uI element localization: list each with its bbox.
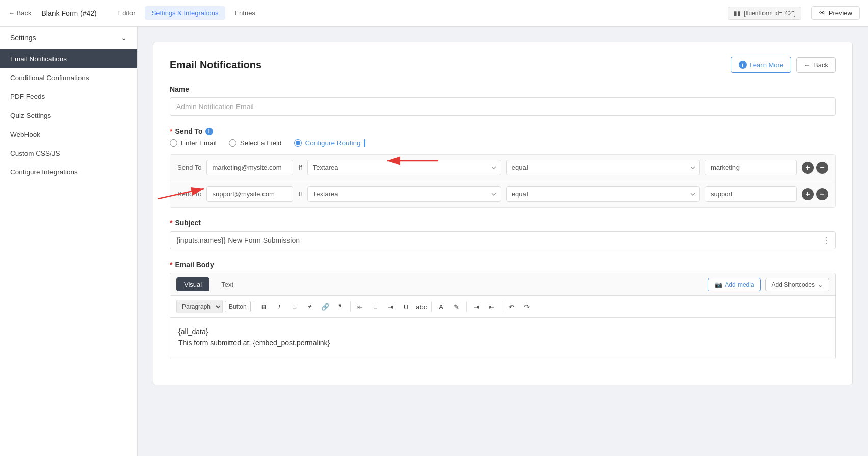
configure-routing-info-icon[interactable]: i xyxy=(364,139,365,147)
routing-remove-button-1[interactable]: − xyxy=(816,162,828,174)
sidebar-item-webhook[interactable]: WebHook xyxy=(0,125,137,144)
italic-icon[interactable]: I xyxy=(273,300,286,313)
toolbar-divider-2 xyxy=(350,301,351,312)
back-button[interactable]: ← Back xyxy=(8,9,32,17)
sidebar-item-quiz-settings[interactable]: Quiz Settings xyxy=(0,106,137,125)
toolbar-divider-1 xyxy=(254,301,254,312)
add-shortcodes-button[interactable]: Add Shortcodes ⌄ xyxy=(765,278,829,291)
content-card: Email Notifications i Learn More ← Back … xyxy=(153,42,853,385)
eye-icon: 👁 xyxy=(819,9,826,17)
learn-more-label: Learn More xyxy=(750,61,783,69)
radio-select-field[interactable]: Select a Field xyxy=(229,139,282,147)
chevron-down-icon-shortcodes: ⌄ xyxy=(818,281,823,288)
routing-actions-2: + − xyxy=(802,188,828,200)
routing-send-to-input-1[interactable] xyxy=(206,160,293,175)
media-icon: 📷 xyxy=(715,281,722,288)
page-header-actions: i Learn More ← Back xyxy=(731,57,836,73)
routing-if-label-2: If xyxy=(298,190,302,198)
tab-editor[interactable]: Editor xyxy=(111,6,143,20)
routing-actions-1: + − xyxy=(802,162,828,174)
sidebar-item-pdf-feeds[interactable]: PDF Feeds xyxy=(0,87,137,106)
email-body-label: * Email Body xyxy=(170,261,836,269)
preview-button[interactable]: 👁 Preview xyxy=(811,6,860,20)
sidebar-item-email-notifications[interactable]: Email Notifications xyxy=(0,49,137,68)
subject-required-marker: * xyxy=(170,219,172,227)
subject-options-icon[interactable]: ⋮ xyxy=(822,235,831,246)
routing-condition-select-1[interactable]: equal xyxy=(506,160,700,175)
routing-send-to-label-2: Send To xyxy=(177,190,201,198)
radio-select-field-input[interactable] xyxy=(229,139,236,147)
add-shortcodes-label: Add Shortcodes xyxy=(772,281,815,288)
learn-more-button[interactable]: i Learn More xyxy=(731,57,791,73)
preview-label: Preview xyxy=(829,9,852,17)
underline-icon[interactable]: U xyxy=(400,300,413,313)
page-header: Email Notifications i Learn More ← Back xyxy=(170,57,836,73)
send-to-info-icon[interactable]: i xyxy=(205,128,213,135)
main-content: Email Notifications i Learn More ← Back … xyxy=(138,27,868,456)
align-left-icon[interactable]: ⇤ xyxy=(354,300,367,313)
sidebar-settings-label: Settings xyxy=(10,34,36,42)
indent-icon[interactable]: ⇥ xyxy=(470,300,483,313)
name-input[interactable] xyxy=(170,97,836,116)
routing-send-to-input-2[interactable] xyxy=(206,186,293,202)
bold-icon[interactable]: B xyxy=(257,300,271,313)
email-body-field-group: * Email Body Visual Text 📷 Add media xyxy=(170,261,836,359)
shortcode-value: [fluentform id="42"] xyxy=(744,10,796,17)
nav-tabs: Editor Settings & Integrations Entries xyxy=(111,6,262,20)
body-line-1: {all_data} xyxy=(178,326,827,337)
radio-configure-routing-input[interactable] xyxy=(294,139,302,147)
undo-icon[interactable]: ↶ xyxy=(505,300,518,313)
sidebar-settings-header[interactable]: Settings ⌄ xyxy=(0,27,137,49)
routing-field-select-1[interactable]: Textarea xyxy=(307,160,501,175)
font-color-icon[interactable]: A xyxy=(435,300,448,313)
routing-value-input-1[interactable] xyxy=(705,160,797,175)
routing-row: Send To If Textarea equal + − xyxy=(170,155,835,181)
blockquote-icon[interactable]: ❞ xyxy=(334,300,347,313)
align-right-icon[interactable]: ⇥ xyxy=(384,300,398,313)
add-media-button[interactable]: 📷 Add media xyxy=(708,278,760,291)
main-layout: Settings ⌄ Email Notifications Condition… xyxy=(0,27,868,456)
back-button-header[interactable]: ← Back xyxy=(796,57,836,73)
link-icon[interactable]: 🔗 xyxy=(319,300,332,313)
sidebar-item-custom-css-js[interactable]: Custom CSS/JS xyxy=(0,144,137,163)
radio-enter-email-input[interactable] xyxy=(170,139,177,147)
editor-body[interactable]: {all_data} This form submitted at: {embe… xyxy=(170,318,835,359)
paragraph-select[interactable]: Paragraph xyxy=(176,300,223,313)
redo-icon[interactable]: ↷ xyxy=(520,300,534,313)
toolbar-divider-4 xyxy=(466,301,467,312)
shortcode-display[interactable]: ▮▮ [fluentform id="42"] xyxy=(728,7,801,20)
strikethrough-icon[interactable]: abc xyxy=(415,300,428,313)
routing-value-input-2[interactable] xyxy=(705,186,797,202)
tab-visual[interactable]: Visual xyxy=(176,277,209,291)
routing-field-select-2[interactable]: Textarea xyxy=(307,186,501,202)
sidebar-item-configure-integrations[interactable]: Configure Integrations xyxy=(0,163,137,182)
routing-if-label-1: If xyxy=(298,164,302,171)
sidebar: Settings ⌄ Email Notifications Condition… xyxy=(0,27,138,456)
toolbar-button-btn[interactable]: Button xyxy=(225,301,251,312)
tab-text[interactable]: Text xyxy=(214,277,241,291)
routing-remove-button-2[interactable]: − xyxy=(816,188,828,200)
unordered-list-icon[interactable]: ≠ xyxy=(303,300,317,313)
page-title: Email Notifications xyxy=(170,59,261,71)
top-navigation: ← Back Blank Form (#42) Editor Settings … xyxy=(0,0,868,27)
tab-settings-integrations[interactable]: Settings & Integrations xyxy=(145,6,226,20)
radio-enter-email[interactable]: Enter Email xyxy=(170,139,217,147)
tab-entries[interactable]: Entries xyxy=(227,6,262,20)
routing-table: Send To If Textarea equal + − xyxy=(170,154,836,208)
toolbar-divider-3 xyxy=(431,301,432,312)
routing-add-button-2[interactable]: + xyxy=(802,188,814,200)
routing-condition-select-2[interactable]: equal xyxy=(506,186,700,202)
subject-wrapper: ⋮ xyxy=(170,231,836,249)
align-center-icon[interactable]: ≡ xyxy=(369,300,382,313)
highlight-icon[interactable]: ✎ xyxy=(450,300,463,313)
send-to-radio-group: Enter Email Select a Field Configure Rou… xyxy=(170,139,836,147)
subject-input[interactable] xyxy=(170,231,836,249)
body-line-2: This form submitted at: {embed_post.perm… xyxy=(178,337,827,348)
radio-configure-routing[interactable]: Configure Routing i xyxy=(294,139,366,147)
chevron-down-icon: ⌄ xyxy=(121,34,127,42)
send-to-label: * Send To i xyxy=(170,127,836,135)
outdent-icon[interactable]: ⇤ xyxy=(485,300,498,313)
sidebar-item-conditional-confirmations[interactable]: Conditional Confirmations xyxy=(0,68,137,87)
routing-add-button-1[interactable]: + xyxy=(802,162,814,174)
ordered-list-icon[interactable]: ≡ xyxy=(288,300,301,313)
